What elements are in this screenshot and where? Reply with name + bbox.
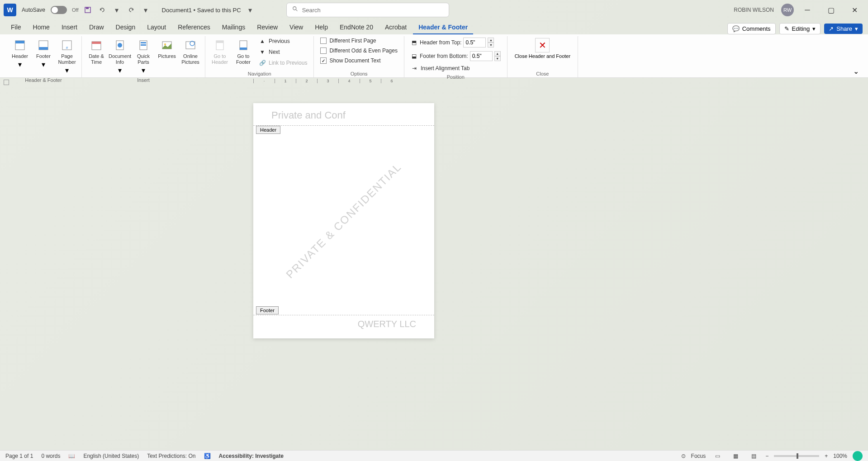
search-input[interactable] [302,7,443,14]
footer-button[interactable]: Footer▾ [33,36,54,71]
search-box[interactable] [286,3,449,17]
zoom-slider[interactable] [774,455,819,457]
close-header-footer-button[interactable]: ✕ Close Header and Footer [511,36,574,61]
redo-icon[interactable] [126,5,137,15]
chevron-down-icon: ▾ [65,66,69,75]
header-text[interactable]: Private and Conf [271,109,416,121]
tab-help[interactable]: Help [309,21,333,34]
previous-button[interactable]: ▲Previous [256,36,310,46]
web-layout-button[interactable]: ▤ [747,451,760,461]
page-number-icon: # [60,38,74,52]
focus-label[interactable]: Focus [691,453,706,459]
chevron-down-icon: ▾ [18,60,22,69]
next-button[interactable]: ▼Next [256,47,310,57]
next-icon: ▼ [259,48,266,56]
checkbox-checked-icon [320,57,327,64]
header-top-input[interactable] [463,38,486,48]
checkbox-icon [320,38,327,44]
word-count[interactable]: 0 words [41,453,60,459]
pictures-button[interactable]: Pictures [156,36,178,61]
tab-header-footer[interactable]: Header & Footer [413,21,473,34]
read-mode-button[interactable]: ▭ [711,451,724,461]
tab-layout[interactable]: Layout [142,21,171,34]
share-button[interactable]: ↗Share▾ [824,24,863,34]
tab-review[interactable]: Review [251,21,283,34]
title-dropdown-icon[interactable]: ▾ [245,5,256,15]
header-button[interactable]: Header▾ [9,36,31,71]
zoom-thumb[interactable] [797,453,798,459]
tab-draw[interactable]: Draw [84,21,109,34]
grammarly-icon[interactable] [853,451,863,461]
tab-endnote[interactable]: EndNote 20 [334,21,379,34]
ruler-vertical[interactable] [3,117,10,343]
page-number-button[interactable]: #Page Number▾ [56,36,78,76]
close-window-button[interactable]: ✕ [844,3,864,17]
text-predictions[interactable]: Text Predictions: On [147,453,195,459]
svg-rect-7 [39,47,48,50]
language[interactable]: English (United States) [83,453,139,459]
quick-parts-button[interactable]: Quick Parts▾ [133,36,154,76]
footer-area[interactable]: Footer QWERTY LLC [253,315,434,338]
document-info-button[interactable]: Document Info▾ [109,36,131,76]
online-pictures-button[interactable]: Online Pictures [180,36,201,67]
show-doc-text-checkbox[interactable]: Show Document Text [318,56,400,65]
svg-point-18 [164,43,166,45]
calendar-icon [89,38,104,52]
tab-references[interactable]: References [172,21,216,34]
zoom-out-button[interactable]: − [765,453,768,459]
ruler-horizontal[interactable]: ·123456 [0,79,868,88]
footer-tag: Footer [256,306,279,314]
spin-down-icon[interactable]: ▼ [488,43,494,48]
goto-header-button: Go to Header [209,36,231,67]
restore-button[interactable]: ▢ [821,3,841,17]
tab-acrobat[interactable]: Acrobat [379,21,412,34]
footer-from-bottom: ⬓Footer from Bottom:▲▼ [408,50,503,62]
zoom-level[interactable]: 100% [833,453,847,459]
ribbon-collapse-button[interactable]: ⌄ [849,65,863,77]
goto-footer-button[interactable]: Go to Footer [232,36,254,67]
print-layout-button[interactable]: ▦ [729,451,742,461]
tab-design[interactable]: Design [110,21,141,34]
tab-home[interactable]: Home [28,21,55,34]
page-info[interactable]: Page 1 of 1 [5,453,33,459]
tab-view[interactable]: View [284,21,308,34]
spell-check-icon[interactable]: 📖 [68,453,75,459]
alignment-tab-icon: ⇥ [411,65,418,72]
footer-bottom-icon: ⬓ [411,52,418,60]
alignment-tab-button[interactable]: ⇥Insert Alignment Tab [408,63,503,73]
editing-button[interactable]: ✎Editing▾ [779,23,821,34]
autosave-state: Off [72,7,78,13]
header-top-icon: ⬒ [411,39,418,46]
tab-insert[interactable]: Insert [56,21,83,34]
spin-down-icon[interactable]: ▼ [494,56,501,61]
different-first-checkbox[interactable]: Different First Page [318,36,400,45]
qat-more-icon[interactable]: ▾ [140,5,151,15]
tab-file[interactable]: File [5,21,27,34]
zoom-in-button[interactable]: + [825,453,828,459]
header-area[interactable]: Private and Conf [253,103,434,126]
tab-mailings[interactable]: Mailings [217,21,251,34]
quick-parts-icon [136,38,151,52]
avatar[interactable]: RW [781,4,794,16]
group-options: Different First Page Different Odd & Eve… [314,36,404,77]
word-app-icon: W [4,4,16,16]
spin-up-icon[interactable]: ▲ [488,38,494,43]
minimize-button[interactable]: ─ [797,3,817,17]
date-time-button[interactable]: Date & Time [85,36,107,67]
undo-dropdown-icon[interactable]: ▾ [111,5,122,15]
comments-button[interactable]: 💬Comments [727,23,776,34]
save-icon[interactable] [82,5,93,15]
footer-text[interactable]: QWERTY LLC [271,319,416,329]
search-icon [292,6,299,14]
undo-icon[interactable] [97,5,108,15]
pictures-icon [160,38,174,52]
svg-point-13 [118,43,122,48]
different-odd-even-checkbox[interactable]: Different Odd & Even Pages [318,46,400,55]
document-page[interactable]: Private and Conf Header PRIVATE & CONFID… [253,103,434,338]
svg-rect-24 [240,48,247,50]
accessibility[interactable]: Accessibility: Investigate [219,453,284,459]
close-x-icon: ✕ [535,38,550,52]
autosave-toggle[interactable] [51,6,67,14]
footer-bottom-input[interactable] [470,51,493,61]
spin-up-icon[interactable]: ▲ [494,51,501,56]
